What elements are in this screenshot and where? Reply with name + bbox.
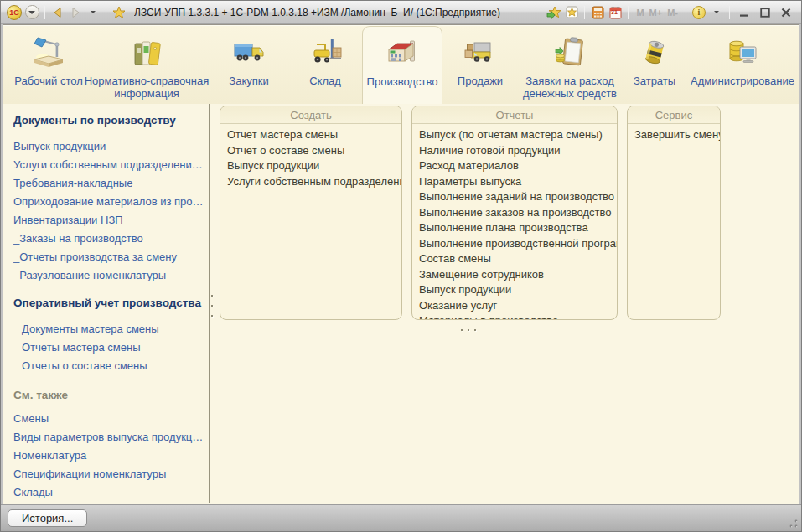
- calculator-button[interactable]: [590, 4, 605, 21]
- maximize-button[interactable]: [756, 4, 774, 21]
- tab-desktop[interactable]: Рабочий стол: [13, 26, 84, 105]
- command-item[interactable]: Материалы в производстве: [419, 313, 610, 320]
- clipboard-coins-icon: [552, 33, 587, 75]
- tab-label: Нормативно-справочная информация: [84, 75, 210, 100]
- command-item[interactable]: Выпуск продукции: [419, 282, 610, 298]
- app-body: Рабочий стол Нормативно-справ: [3, 24, 799, 504]
- delivery-van-icon: [463, 33, 498, 75]
- 1c-logo-icon: 1С: [7, 5, 22, 20]
- history-button[interactable]: История...: [8, 509, 87, 527]
- sidebar-link[interactable]: Спецификации номенклатуры: [13, 465, 204, 483]
- tab-admin[interactable]: Администрирование: [687, 26, 798, 105]
- tab-label: Затраты: [634, 75, 675, 87]
- sidebar-link[interactable]: Услуги собственным подразделениям: [13, 156, 204, 174]
- sidebar-link[interactable]: Номенклатура: [13, 447, 204, 465]
- close-button[interactable]: [777, 4, 795, 21]
- battery-icon: [637, 33, 672, 75]
- titlebar-separator: [584, 6, 585, 19]
- command-item[interactable]: Услуги собственным подразделениям: [227, 174, 395, 190]
- app-window: 1С ЛЗСИ-УПП 1.3.3.1 + 1С-PDM 1.0.3.18 +И…: [0, 0, 802, 532]
- command-item[interactable]: Оказание услуг: [419, 298, 610, 314]
- tab-costs[interactable]: Затраты: [622, 26, 687, 105]
- info-button[interactable]: i: [691, 4, 706, 21]
- sidebar-link[interactable]: _Заказы на производство: [13, 230, 204, 248]
- sidebar-section-operational: Оперативный учет производства Документы …: [13, 297, 204, 375]
- close-icon: [781, 8, 791, 18]
- titlebar-separator: [106, 6, 106, 19]
- sidebar-link[interactable]: _Разузлование номенклатуры: [13, 266, 204, 285]
- tab-nsi[interactable]: Нормативно-справочная информация: [84, 26, 210, 105]
- sidebar-link[interactable]: Отчеты о составе смены: [13, 357, 204, 375]
- command-item[interactable]: Параметры выпуска: [419, 174, 610, 190]
- tab-purchases[interactable]: Закупки: [210, 26, 288, 105]
- command-item[interactable]: Выпуск продукции: [227, 158, 395, 174]
- command-item[interactable]: Наличие готовой продукции: [419, 143, 610, 159]
- sidebar-link[interactable]: Документы мастера смены: [13, 320, 204, 338]
- forward-button[interactable]: [68, 4, 83, 21]
- command-item[interactable]: Выполнение заданий на производство: [419, 189, 610, 205]
- command-panels: Создать Отчет мастера смены Отчет о сост…: [210, 104, 799, 503]
- sidebar-link[interactable]: Виды параметров выпуска продукции: [13, 428, 204, 447]
- command-item[interactable]: Завершить смену: [634, 127, 713, 143]
- info-dropdown-button[interactable]: [709, 4, 724, 21]
- sidebar-link[interactable]: Оприходование материалов из производ...: [13, 193, 204, 211]
- tab-sales[interactable]: Продажи: [442, 26, 518, 105]
- panel-title: Отчеты: [412, 106, 617, 124]
- titlebar-separator: [686, 6, 686, 19]
- minimize-button[interactable]: [735, 4, 753, 21]
- panel-create: Создать Отчет мастера смены Отчет о сост…: [220, 106, 402, 320]
- sidebar-link[interactable]: _Отчеты производства за смену: [13, 248, 204, 266]
- forklift-icon: [308, 33, 343, 75]
- tab-label: Производство: [367, 75, 438, 88]
- command-item[interactable]: Расход материалов: [419, 158, 610, 174]
- tab-production[interactable]: Производство: [362, 26, 442, 105]
- resize-grip[interactable]: [788, 518, 799, 529]
- content-area: Документы по производству Выпуск продукц…: [3, 104, 799, 503]
- memory-button[interactable]: M-: [665, 8, 680, 18]
- sidebar-link[interactable]: Выпуск продукции: [13, 137, 204, 156]
- command-item[interactable]: Выполнение заказов на производство: [419, 205, 610, 221]
- sidebar-link[interactable]: Отчеты мастера смены: [13, 338, 204, 357]
- command-item[interactable]: Выпуск (по отчетам мастера смены): [419, 127, 610, 143]
- section-ribbon: Рабочий стол Нормативно-справ: [3, 25, 799, 104]
- tab-label: Рабочий стол: [14, 75, 83, 87]
- sidebar-link[interactable]: Требования-накладные: [13, 174, 204, 193]
- memory-button[interactable]: M+: [647, 8, 665, 18]
- command-item[interactable]: Отчет о составе смены: [227, 143, 395, 159]
- back-button[interactable]: [50, 4, 65, 21]
- command-item[interactable]: Выполнение плана производства: [419, 220, 610, 236]
- sidebar-section-title: Документы по производству: [13, 114, 204, 127]
- sidebar-link[interactable]: Смены: [13, 410, 204, 428]
- main-menu-button[interactable]: [24, 4, 39, 21]
- info-icon: i: [692, 6, 706, 19]
- tab-label: Администрирование: [691, 75, 794, 87]
- titlebar-separator: [729, 6, 730, 19]
- panel-reports: Отчеты Выпуск (по отчетам мастера смены)…: [411, 106, 618, 320]
- titlebar-separator: [628, 6, 629, 19]
- desk-lamp-icon: [31, 33, 66, 75]
- tab-warehouse[interactable]: Склад: [288, 26, 362, 105]
- sidebar-link[interactable]: Инвентаризации НЗП: [13, 211, 204, 230]
- titlebar: 1С ЛЗСИ-УПП 1.3.3.1 + 1С-PDM 1.0.3.18 +И…: [1, 1, 801, 24]
- tab-requests[interactable]: Заявки на расход денежных средств: [518, 26, 622, 105]
- add-to-favorites-button[interactable]: [546, 4, 561, 21]
- factory-icon: [385, 34, 420, 75]
- memory-buttons: MM+M-: [634, 8, 680, 18]
- tab-label: Заявки на расход денежных средств: [518, 75, 622, 100]
- calendar-day-label: 31: [608, 9, 620, 15]
- favorites-manage-button[interactable]: [564, 4, 579, 21]
- tab-label: Склад: [309, 75, 341, 87]
- panel-service: Сервис Завершить смену: [627, 106, 721, 320]
- command-item[interactable]: Состав смены: [419, 251, 610, 267]
- statusbar: История...: [1, 504, 801, 531]
- memory-button[interactable]: M: [634, 8, 646, 18]
- command-item[interactable]: Замещение сотрудников: [419, 267, 610, 283]
- panel-title: Создать: [220, 106, 401, 124]
- sidebar-link[interactable]: Склады: [13, 483, 204, 502]
- calendar-button[interactable]: 31: [608, 4, 623, 21]
- favorites-icon[interactable]: [111, 4, 127, 21]
- binders-icon: [129, 33, 164, 75]
- history-dropdown-button[interactable]: [85, 4, 101, 21]
- command-item[interactable]: Отчет мастера смены: [227, 127, 395, 143]
- command-item[interactable]: Выполнение производственной программы: [419, 236, 610, 252]
